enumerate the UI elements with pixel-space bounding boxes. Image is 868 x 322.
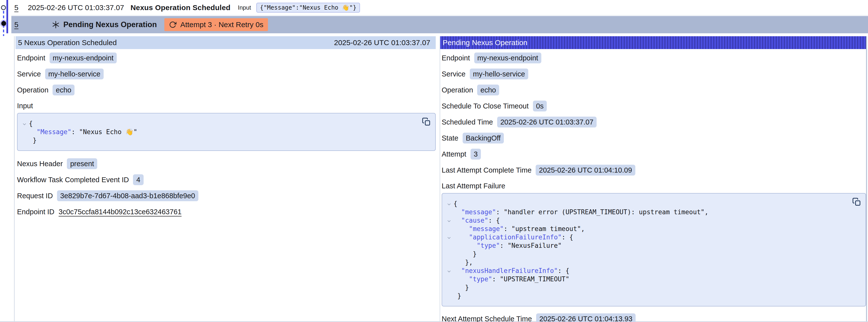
field-row-next-attempt-schedule-time: Next Attempt Schedule Time2025-02-26 UTC… xyxy=(442,313,866,322)
json-line-text: } xyxy=(29,136,36,144)
last-attempt-failure-label: Last Attempt Failure xyxy=(442,182,866,190)
event-detail-header-title: 5 Nexus Operation Scheduled xyxy=(18,38,117,47)
chevron-down-icon[interactable] xyxy=(20,120,29,129)
field-value-badge: my-hello-service xyxy=(45,68,104,79)
field-value-badge: my-nexus-endpoint xyxy=(50,53,117,63)
json-line-text: } xyxy=(454,283,469,292)
failure-json-viewer: {"message": "handler error (UPSTREAM_TIM… xyxy=(442,193,866,307)
field-value-link[interactable]: 3c0c75ccfa8144b092c13ce632463761 xyxy=(59,206,182,217)
chevron-down-icon[interactable] xyxy=(444,234,454,243)
field-label: Schedule To Close Timeout xyxy=(442,102,529,110)
field-value-badge: BackingOff xyxy=(463,133,504,143)
field-label: Endpoint xyxy=(17,54,45,62)
json-line: } xyxy=(444,292,848,300)
field-label: Last Attempt Complete Time xyxy=(442,166,531,174)
field-value-badge: 3e829b7e-7d67-4b08-aad3-b1e868bfe9e0 xyxy=(57,190,198,201)
field-label: Scheduled Time xyxy=(442,118,493,126)
input-json-viewer: {"Message": "Nexus Echo 👋"} xyxy=(17,113,436,151)
json-line: "applicationFailureInfo": { xyxy=(444,233,848,242)
field-row-state: StateBackingOff xyxy=(442,133,866,143)
field-row-endpoint-id: Endpoint ID3c0c75ccfa8144b092c13ce632463… xyxy=(17,206,436,217)
event-title: Nexus Operation Scheduled xyxy=(130,3,230,12)
field-value-badge: 2025-02-26 UTC 01:04:10.09 xyxy=(536,165,635,175)
json-line-text: "nexusHandlerFailureInfo": { xyxy=(454,266,569,275)
json-line-text: "message": "handler error (UPSTREAM_TIME… xyxy=(454,208,708,216)
json-line: "type": "UPSTREAM_TIMEOUT" xyxy=(444,275,848,283)
timeline-open-circle-icon xyxy=(1,5,6,10)
field-label: State xyxy=(442,134,458,142)
event-row-pending-nexus-operation[interactable]: 5 Pending Nexus Operation Attempt 3 · Ne… xyxy=(11,16,868,33)
field-label: Operation xyxy=(442,86,473,94)
event-id-link[interactable]: 5 xyxy=(14,3,19,12)
json-line-text: "type": "UPSTREAM_TIMEOUT" xyxy=(454,275,569,283)
pending-operation-header-title: Pending Nexus Operation xyxy=(443,38,528,47)
chevron-down-icon[interactable] xyxy=(444,267,454,276)
field-row-service: Servicemy-hello-service xyxy=(442,68,866,79)
field-value-badge: 4 xyxy=(133,174,143,185)
field-label: Endpoint xyxy=(442,54,470,62)
field-row-nexus-header: Nexus Headerpresent xyxy=(17,158,436,169)
json-key: "type" xyxy=(477,242,500,249)
event-id-link[interactable]: 5 xyxy=(14,21,19,29)
chevron-down-icon[interactable] xyxy=(444,217,454,226)
copy-icon[interactable] xyxy=(852,197,862,207)
field-row-endpoint: Endpointmy-nexus-endpoint xyxy=(17,53,436,63)
field-value-badge: my-hello-service xyxy=(470,68,528,79)
details-left-border xyxy=(14,36,14,322)
event-row-nexus-operation-scheduled[interactable]: 5 2025-02-26 UTC 01:03:37.07 Nexus Opera… xyxy=(11,0,868,15)
event-input-label: Input xyxy=(238,4,251,11)
json-line-text: "cause": { xyxy=(454,216,500,225)
field-label: Workflow Task Completed Event ID xyxy=(17,176,129,184)
event-detail-panel: 5 Nexus Operation Scheduled 2025-02-26 U… xyxy=(16,36,436,222)
json-line: } xyxy=(444,283,848,292)
field-row-schedule-to-close-timeout: Schedule To Close Timeout0s xyxy=(442,101,866,111)
json-line: "Message": "Nexus Echo 👋" xyxy=(20,128,418,136)
event-input-preview-chip[interactable]: {"Message":"Nexus Echo 👋"} xyxy=(256,3,360,12)
json-line: "message": "upstream timeout", xyxy=(444,225,848,233)
retry-status-badge: Attempt 3 · Next Retry 0s xyxy=(164,18,268,31)
json-line: "type": "NexusFailure" xyxy=(444,242,848,250)
input-section-label: Input xyxy=(17,102,436,110)
event-detail-header-time: 2025-02-26 UTC 01:03:37.07 xyxy=(334,38,430,47)
event-timestamp: 2025-02-26 UTC 01:03:37.07 xyxy=(28,3,124,12)
json-key: "message" xyxy=(461,208,496,216)
json-line: }, xyxy=(444,258,848,266)
event-detail-header: 5 Nexus Operation Scheduled 2025-02-26 U… xyxy=(16,36,436,49)
copy-icon[interactable] xyxy=(422,117,431,127)
field-label: Service xyxy=(17,70,41,78)
field-row-attempt: Attempt3 xyxy=(442,149,866,160)
field-value-badge: echo xyxy=(53,85,74,95)
json-key: "type" xyxy=(469,276,492,283)
json-line-text: { xyxy=(454,199,458,208)
chevron-down-icon[interactable] xyxy=(444,200,454,209)
json-key: "applicationFailureInfo" xyxy=(469,233,562,241)
field-row-service: Servicemy-hello-service xyxy=(17,68,436,79)
field-value-badge: present xyxy=(67,158,97,169)
field-row-operation: Operationecho xyxy=(442,85,866,95)
json-line: "nexusHandlerFailureInfo": { xyxy=(444,266,848,275)
field-row-operation: Operationecho xyxy=(17,85,436,95)
field-label: Attempt xyxy=(442,150,466,158)
json-line: "cause": { xyxy=(444,216,848,225)
field-row-endpoint: Endpointmy-nexus-endpoint xyxy=(442,53,866,63)
field-label: Service xyxy=(442,70,466,78)
field-value-badge: 3 xyxy=(470,149,481,160)
json-line: "message": "handler error (UPSTREAM_TIME… xyxy=(444,208,848,216)
field-row-workflow-task-completed-event-id: Workflow Task Completed Event ID4 xyxy=(17,174,436,185)
field-label: Operation xyxy=(17,86,49,94)
retry-badge-label: Attempt 3 · Next Retry 0s xyxy=(180,21,264,29)
field-row-scheduled-time: Scheduled Time2025-02-26 UTC 01:03:37.07 xyxy=(442,117,866,127)
field-value-badge: 2025-02-26 UTC 01:03:37.07 xyxy=(497,117,597,127)
json-key: "message" xyxy=(469,225,504,232)
scroll-track[interactable] xyxy=(866,36,867,322)
field-label: Nexus Header xyxy=(17,160,63,168)
timeline-filled-dot-icon xyxy=(1,21,6,26)
pending-operation-panel: Pending Nexus Operation Endpointmy-nexus… xyxy=(440,36,866,322)
json-line-text: "type": "NexusFailure" xyxy=(454,242,562,250)
pending-event-title: Pending Nexus Operation xyxy=(63,20,157,29)
pending-operation-header: Pending Nexus Operation xyxy=(440,36,866,49)
json-line: { xyxy=(444,199,848,208)
field-value-badge: my-nexus-endpoint xyxy=(474,53,541,63)
asterisk-icon xyxy=(52,21,60,29)
field-label: Request ID xyxy=(17,192,53,200)
